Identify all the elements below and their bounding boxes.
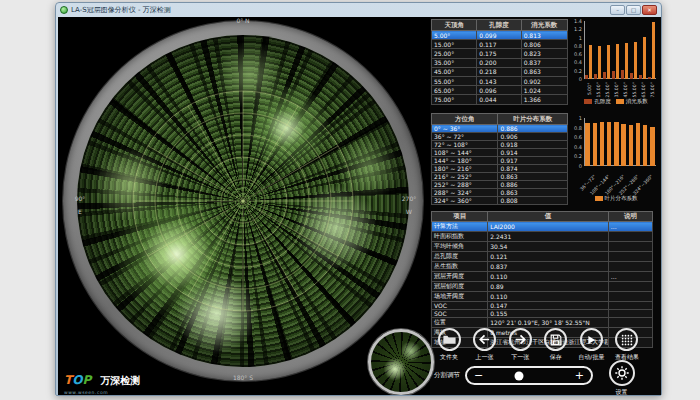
table-row[interactable]: 平均叶倾角30.54 xyxy=(432,242,653,252)
settings-button[interactable]: 设置 xyxy=(608,360,635,395)
table-row[interactable]: 288° ~ 324°0.863 xyxy=(432,189,568,197)
cell xyxy=(608,242,652,252)
zenith-angle-table: 天顶角孔隙度消光系数5.00°0.0990.81315.00°0.1170.80… xyxy=(431,19,568,105)
table-row[interactable]: SOC0.155 xyxy=(432,310,653,318)
table-row[interactable]: 冠层郁闭度0.89 xyxy=(432,282,653,292)
auto-batch-button[interactable]: 自动/批量 xyxy=(574,328,608,362)
table-row[interactable]: 总孔隙度0.121 xyxy=(432,252,653,262)
cell: LAI2000 xyxy=(488,222,609,232)
table-row[interactable]: 180° ~ 216°0.874 xyxy=(432,165,568,173)
table-row[interactable]: 36° ~ 72°0.906 xyxy=(432,133,568,141)
table-row[interactable]: 324° ~ 360°0.808 xyxy=(432,197,568,205)
bar xyxy=(607,122,611,166)
minimize-button[interactable]: – xyxy=(610,5,625,15)
cell xyxy=(608,302,652,310)
cell: 0.218 xyxy=(477,67,521,76)
x-tick-label: 25.00° xyxy=(604,83,609,98)
close-button[interactable]: ✕ xyxy=(642,5,657,15)
table-row[interactable]: 叶面积指数2.2431 xyxy=(432,232,653,242)
next-image-button[interactable]: 下一张 xyxy=(503,328,537,362)
legend-item: 孔隙度 xyxy=(584,98,611,105)
cell: 5.00° xyxy=(432,31,477,40)
tool-label: 保存 xyxy=(539,353,573,362)
cell: 65.00° xyxy=(432,86,477,95)
compass-south-label: 180° S xyxy=(223,374,263,381)
titlebar[interactable]: LA-S冠层图像分析仪 - 万深检测 – □ ✕ xyxy=(56,3,661,17)
table-row[interactable]: 108° ~ 144°0.914 xyxy=(432,149,568,157)
window-title: LA-S冠层图像分析仪 - 万深检测 xyxy=(71,5,171,15)
cell: 25.00° xyxy=(432,49,477,58)
table-row[interactable]: 35.00°0.2000.837 xyxy=(432,58,568,67)
slider-minus-button[interactable]: − xyxy=(474,370,483,381)
cell: 252° ~ 288° xyxy=(432,181,498,189)
folder-icon xyxy=(438,328,461,351)
bar xyxy=(643,125,647,166)
slider-thumb[interactable] xyxy=(515,371,524,380)
y-tick-label: 0.4 xyxy=(571,59,582,65)
table-row[interactable]: 45.00°0.2180.863 xyxy=(432,67,568,76)
cell: 0.147 xyxy=(488,302,609,310)
cell: 0.863 xyxy=(498,173,568,181)
table-row[interactable]: 252° ~ 288°0.886 xyxy=(432,181,568,189)
table-row[interactable]: 25.00°0.1750.823 xyxy=(432,49,568,58)
cell: 场地开阔度 xyxy=(432,292,488,302)
toolbar: 文件夹 上一张 下一张 保存 xyxy=(432,328,644,362)
y-tick-label: 0.2 xyxy=(571,68,582,74)
table-row[interactable]: 15.00°0.1170.806 xyxy=(432,40,568,49)
bar xyxy=(634,42,637,79)
bar xyxy=(594,74,597,79)
save-button[interactable]: 保存 xyxy=(539,328,573,362)
folder-button[interactable]: 文件夹 xyxy=(432,328,466,362)
y-tick-label: 0.6 xyxy=(571,51,582,57)
table-row[interactable]: 75.00°0.0441.366 xyxy=(432,95,568,104)
bar xyxy=(629,125,633,166)
table-row[interactable]: 5.00°0.0990.813 xyxy=(432,31,568,40)
tool-label: 文件夹 xyxy=(432,353,466,362)
column-header: 值 xyxy=(488,212,609,222)
cell: 72° ~ 108° xyxy=(432,141,498,149)
tool-label: 上一张 xyxy=(468,353,502,362)
table-row[interactable]: 场地开阔度0.110 xyxy=(432,292,653,302)
table-row[interactable]: 0° ~ 36°0.886 xyxy=(432,125,568,133)
table-row[interactable]: 冠层开阔度0.110… xyxy=(432,272,653,282)
cell: 位置 xyxy=(432,318,488,328)
x-tick-label: 15.00° xyxy=(595,83,600,98)
slider-plus-button[interactable]: + xyxy=(575,370,584,381)
app-window: LA-S冠层图像分析仪 - 万深检测 – □ ✕ xyxy=(55,2,662,396)
cell: 0.155 xyxy=(488,310,609,318)
view-results-button[interactable]: 查看结果 xyxy=(610,328,644,362)
y-tick-label: 1.4 xyxy=(571,18,582,24)
cell: 计算方法 xyxy=(432,222,488,232)
bar xyxy=(607,45,610,79)
segmentation-slider[interactable]: − + xyxy=(465,366,593,385)
x-tick-label: 55.00° xyxy=(631,83,636,98)
previous-image-button[interactable]: 上一张 xyxy=(468,328,502,362)
maximize-button[interactable]: □ xyxy=(626,5,641,15)
table-row[interactable]: 丛生指数0.837 xyxy=(432,262,653,272)
bar xyxy=(630,73,633,79)
cell: VOC xyxy=(432,302,488,310)
x-tick-label: 75.00° xyxy=(649,83,654,98)
cell: 0.886 xyxy=(498,125,568,133)
table-row[interactable]: VOC0.147 xyxy=(432,302,653,310)
table-row[interactable]: 位置120° 21' 0.19"E, 30° 18' 52.55"N xyxy=(432,318,653,328)
cell xyxy=(608,318,652,328)
table-row[interactable]: 65.00°0.0961.024 xyxy=(432,86,568,95)
thumbnail-preview[interactable] xyxy=(368,329,434,395)
porosity-extinction-chart: 00.20.40.60.811.21.45.00°15.00°25.00°35.… xyxy=(571,19,661,111)
table-row[interactable]: 55.00°0.1430.902 xyxy=(432,76,568,85)
cell: 叶面积指数 xyxy=(432,232,488,242)
table-row[interactable]: 144° ~ 180°0.917 xyxy=(432,157,568,165)
bar xyxy=(621,124,625,166)
table-row[interactable]: 计算方法LAI2000… xyxy=(432,222,653,232)
bar xyxy=(585,75,588,79)
table-row[interactable]: 72° ~ 108°0.918 xyxy=(432,141,568,149)
cell xyxy=(608,262,652,272)
bar xyxy=(648,77,651,79)
bar xyxy=(612,71,615,79)
cell: 总孔隙度 xyxy=(432,252,488,262)
cell: 0.806 xyxy=(521,40,567,49)
table-row[interactable]: 216° ~ 252°0.863 xyxy=(432,173,568,181)
cell: 0.89 xyxy=(488,282,609,292)
cell: 324° ~ 360° xyxy=(432,197,498,205)
